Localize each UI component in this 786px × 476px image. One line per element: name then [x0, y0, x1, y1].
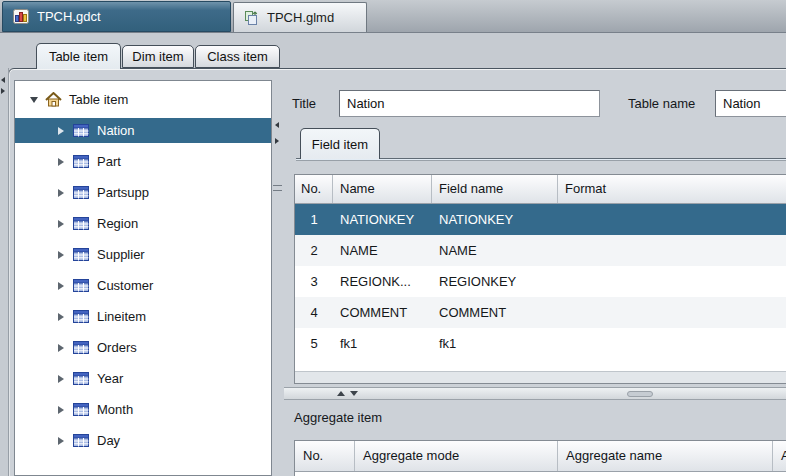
table-row[interactable]: 1 NATIONKEY NATIONKEY: [295, 204, 786, 235]
bar-chart-icon: [13, 9, 30, 25]
table-icon: [73, 248, 90, 261]
column-header-aggregate-mode[interactable]: Aggregate mode: [355, 441, 558, 471]
table-empty-area: [295, 359, 786, 371]
tab-label: Table item: [49, 49, 108, 64]
expander-collapsed-icon[interactable]: [58, 158, 73, 166]
cell-field-name: COMMENT: [432, 305, 558, 320]
cell-no: 2: [295, 243, 333, 258]
expand-right-icon[interactable]: [1, 88, 5, 94]
expander-collapsed-icon[interactable]: [58, 344, 73, 352]
tree-item-label: Month: [97, 402, 133, 417]
field-table-header: No. Name Field name Format: [295, 175, 786, 204]
tab-table-item[interactable]: Table item: [36, 43, 121, 69]
tree-item-day[interactable]: Day: [15, 425, 271, 456]
cell-no: 1: [295, 212, 333, 227]
column-header-aggregate-truncated[interactable]: Ag: [773, 441, 786, 471]
expand-tree-icon[interactable]: [275, 138, 279, 144]
tree-item-month[interactable]: Month: [15, 394, 271, 425]
cell-name: REGIONK...: [333, 274, 432, 289]
field-table: No. Name Field name Format 1 NATIONKEY N…: [294, 174, 786, 384]
cell-no: 5: [295, 336, 333, 351]
tree-item-label: Lineitem: [97, 309, 146, 324]
doc-tab-glmd[interactable]: TPCH.glmd: [233, 2, 367, 32]
tree-root-label: Table item: [69, 92, 128, 107]
expander-collapsed-icon[interactable]: [58, 313, 73, 321]
title-input[interactable]: [339, 90, 600, 117]
splitter-grip[interactable]: [627, 391, 653, 397]
table-row[interactable]: 4 COMMENT COMMENT: [295, 297, 786, 328]
cell-field-name: NATIONKEY: [432, 212, 558, 227]
horizontal-scrollbar-track[interactable]: [295, 371, 786, 383]
expander-collapsed-icon[interactable]: [58, 375, 73, 383]
home-icon: [45, 92, 62, 107]
tree-item-label: Customer: [97, 278, 153, 293]
tree-item-label: Supplier: [97, 247, 145, 262]
tab-dim-item[interactable]: Dim item: [122, 45, 194, 68]
expander-collapsed-icon[interactable]: [58, 127, 73, 135]
column-header-name[interactable]: Name: [333, 175, 432, 203]
application-window: TPCH.gdct TPCH.glmd Table item Dim item …: [0, 0, 786, 476]
field-aggregate-splitter[interactable]: [284, 387, 786, 400]
tree-item-label: Day: [97, 433, 120, 448]
doc-tab-gdct[interactable]: TPCH.gdct: [2, 1, 231, 32]
table-row[interactable]: 5 fk1 fk1: [295, 328, 786, 359]
document-tab-bar: TPCH.gdct TPCH.glmd: [0, 0, 786, 33]
expander-collapsed-icon[interactable]: [58, 282, 73, 290]
tab-class-item[interactable]: Class item: [195, 45, 280, 68]
tree-item-year[interactable]: Year: [15, 363, 271, 394]
tab-label: Class item: [207, 49, 268, 64]
cell-field-name: REGIONKEY: [432, 274, 558, 289]
tree-item-customer[interactable]: Customer: [15, 270, 271, 301]
doc-tab-label: TPCH.glmd: [267, 10, 334, 25]
tree-item-partsupp[interactable]: Partsupp: [15, 177, 271, 208]
tree-item-region[interactable]: Region: [15, 208, 271, 239]
table-icon: [73, 310, 90, 323]
column-header-format[interactable]: Format: [558, 175, 786, 203]
tree-item-part[interactable]: Part: [15, 146, 271, 177]
tree-item-label: Orders: [97, 340, 137, 355]
table-row[interactable]: 2 NAME NAME: [295, 235, 786, 266]
tree-item-supplier[interactable]: Supplier: [15, 239, 271, 270]
expander-collapsed-icon[interactable]: [58, 437, 73, 445]
tree-item-lineitem[interactable]: Lineitem: [15, 301, 271, 332]
table-row[interactable]: 3 REGIONK... REGIONKEY: [295, 266, 786, 297]
tree-item-nation[interactable]: Nation: [15, 115, 271, 146]
aggregate-table: No. Aggregate mode Aggregate name Ag: [294, 440, 786, 476]
expander-collapsed-icon[interactable]: [58, 251, 73, 259]
collapse-tree-icon[interactable]: [275, 122, 279, 128]
table-icon: [73, 341, 90, 354]
expander-collapsed-icon[interactable]: [58, 220, 73, 228]
cell-field-name: fk1: [432, 336, 558, 351]
column-header-aggregate-name[interactable]: Aggregate name: [558, 441, 773, 471]
cell-no: 3: [295, 274, 333, 289]
collapse-left-icon[interactable]: [1, 77, 5, 83]
model-pages-icon: [244, 10, 260, 26]
table-icon: [73, 124, 90, 137]
table-name-input[interactable]: [715, 90, 786, 117]
aggregate-table-header: No. Aggregate mode Aggregate name Ag: [295, 441, 786, 472]
tree-root-table-item[interactable]: Table item: [15, 84, 271, 115]
expander-collapsed-icon[interactable]: [58, 189, 73, 197]
column-header-field-name[interactable]: Field name: [432, 175, 558, 203]
tree-item-label: Region: [97, 216, 138, 231]
splitter-grip[interactable]: [273, 185, 282, 191]
left-collapse-splitter[interactable]: [0, 68, 9, 476]
table-icon: [73, 155, 90, 168]
splitter-up-icon[interactable]: [337, 391, 345, 396]
tree-detail-splitter[interactable]: [272, 80, 284, 476]
expander-collapsed-icon[interactable]: [58, 406, 73, 414]
expander-expanded-icon[interactable]: [30, 97, 45, 103]
tab-field-item[interactable]: Field item: [300, 128, 380, 159]
table-icon: [73, 279, 90, 292]
cell-name: NATIONKEY: [333, 212, 432, 227]
tree-item-label: Partsupp: [97, 185, 149, 200]
cell-name: fk1: [333, 336, 432, 351]
column-header-no[interactable]: No.: [295, 175, 333, 203]
tree-item-label: Year: [97, 371, 123, 386]
column-header-no[interactable]: No.: [295, 441, 355, 471]
splitter-down-icon[interactable]: [350, 391, 358, 396]
tree-item-orders[interactable]: Orders: [15, 332, 271, 363]
table-tree: Table item Nation Part Partsupp: [14, 80, 272, 476]
aggregate-section-label: Aggregate item: [294, 408, 382, 428]
cell-field-name: NAME: [432, 243, 558, 258]
